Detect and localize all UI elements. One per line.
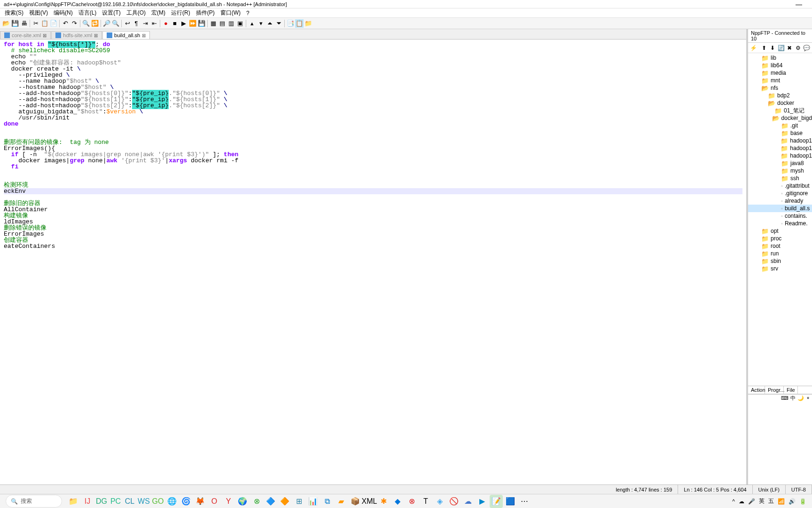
app3-icon[interactable]: ⊞ — [292, 495, 305, 508]
play-icon[interactable]: ▶ — [180, 19, 188, 28]
tray-mic-icon[interactable]: 🎤 — [748, 498, 755, 505]
app4-icon[interactable]: 📊 — [306, 495, 320, 508]
tree-file[interactable]: ◦contains. — [748, 212, 812, 220]
app1-icon[interactable]: 🔷 — [264, 495, 277, 508]
tree-folder[interactable]: 📁lib — [748, 54, 812, 62]
tray-ime-icon[interactable]: 英 — [759, 497, 765, 505]
tree-folder[interactable]: 📁root — [748, 242, 812, 250]
app11-icon[interactable]: ▶ — [476, 495, 489, 508]
tree-folder[interactable]: 📂docker — [748, 99, 812, 107]
tree-file[interactable]: ◦build_all.s — [748, 205, 812, 212]
virtualbox-icon[interactable]: 📦 — [349, 495, 362, 508]
tray-app-icon[interactable]: 五 — [768, 497, 774, 505]
log-column-header[interactable]: File — [784, 386, 798, 394]
func-list-icon[interactable]: 📋 — [295, 19, 304, 28]
tree-folder[interactable]: 📁01_笔记 — [748, 107, 812, 114]
disconnect-icon[interactable]: ⚡ — [750, 44, 757, 52]
save-macro-icon[interactable]: 💾 — [197, 19, 206, 28]
typora-icon[interactable]: T — [419, 495, 432, 508]
chrome-icon[interactable]: 🌐 — [165, 495, 179, 508]
panel1-icon[interactable]: ▦ — [209, 19, 218, 28]
upload-icon[interactable]: ⬆ — [761, 44, 767, 52]
fold-icon[interactable]: ▴ — [248, 19, 256, 28]
tree-folder[interactable]: 📁mnt — [748, 77, 812, 84]
tree-file[interactable]: ◦.gitignore — [748, 190, 812, 197]
unfold-icon[interactable]: ▾ — [257, 19, 265, 28]
xml-icon[interactable]: XML — [363, 495, 376, 508]
menu-item[interactable]: 设置(T) — [99, 8, 123, 18]
datagrip-icon[interactable]: DG — [95, 495, 108, 508]
pycharm-icon[interactable]: PC — [109, 495, 122, 508]
more-apps-icon[interactable]: ⋯ — [518, 495, 531, 508]
ime-indicator-icon[interactable]: ⚬ — [806, 395, 810, 401]
undo-icon[interactable]: ↶ — [61, 19, 70, 28]
fold-all-icon[interactable]: ⏶ — [265, 19, 274, 28]
ime-indicator-icon[interactable]: 中 — [790, 395, 796, 402]
stop-icon[interactable]: ■ — [171, 19, 179, 28]
zoom-in-icon[interactable]: 🔎 — [102, 19, 111, 28]
tree-folder[interactable]: 📁hadoop1 — [748, 152, 812, 159]
folder-icon[interactable]: 📁 — [304, 19, 312, 28]
menu-item[interactable]: 宏(M) — [148, 8, 168, 18]
panel4-icon[interactable]: ▣ — [236, 19, 244, 28]
unfold-all-icon[interactable]: ⏷ — [274, 19, 283, 28]
close-icon[interactable]: ⊠ — [94, 33, 98, 38]
clion-icon[interactable]: CL — [123, 495, 136, 508]
tree-file[interactable]: ◦.gitattribut — [748, 182, 812, 190]
fast-icon[interactable]: ⏩ — [188, 19, 197, 28]
tray-expand-icon[interactable]: ^ — [732, 498, 735, 505]
tree-folder[interactable]: 📁hadoop1 — [748, 144, 812, 152]
menu-item[interactable]: 编码(N) — [51, 8, 76, 18]
tree-folder[interactable]: 📁bdp2 — [748, 92, 812, 99]
log-column-header[interactable]: Action — [748, 386, 765, 394]
indent-icon[interactable]: ⇥ — [141, 19, 149, 28]
tree-folder[interactable]: 📁media — [748, 69, 812, 77]
menu-item[interactable]: 运行(R) — [168, 8, 193, 18]
tree-folder[interactable]: 📂nfs — [748, 84, 812, 92]
panel2-icon[interactable]: ▤ — [218, 19, 226, 28]
vscode-icon[interactable]: ⧉ — [320, 495, 334, 508]
redo-icon[interactable]: ↷ — [70, 19, 78, 28]
paste-icon[interactable]: 📄 — [49, 19, 58, 28]
outdent-icon[interactable]: ⇤ — [150, 19, 158, 28]
panel3-icon[interactable]: ▥ — [227, 19, 235, 28]
explorer-icon[interactable]: 📁 — [67, 495, 80, 508]
app5-icon[interactable]: ✱ — [377, 495, 390, 508]
menu-item[interactable]: 搜索(S) — [2, 8, 26, 18]
app7-icon[interactable]: ⊗ — [405, 495, 418, 508]
webstorm-icon[interactable]: WS — [137, 495, 150, 508]
save-all-icon[interactable]: 🖶 — [20, 19, 28, 28]
tree-folder[interactable]: 📁proc — [748, 235, 812, 242]
tree-folder[interactable]: 📁ssh — [748, 175, 812, 182]
close-icon[interactable]: ⊠ — [43, 33, 47, 38]
tree-folder[interactable]: 📁base — [748, 129, 812, 137]
tray-wifi-icon[interactable]: 📶 — [778, 498, 785, 505]
app9-icon[interactable]: 🚫 — [447, 495, 461, 508]
doc-map-icon[interactable]: 📑 — [286, 19, 295, 28]
tree-folder[interactable]: 📁.git — [748, 122, 812, 129]
taskbar-search[interactable]: 🔍 搜索 — [6, 495, 62, 508]
app10-icon[interactable]: ☁ — [461, 495, 475, 508]
open-icon[interactable]: 📂 — [2, 19, 10, 28]
tray-cloud-icon[interactable]: ☁ — [739, 498, 744, 505]
app2-icon[interactable]: 🔶 — [278, 495, 291, 508]
menu-item[interactable]: 工具(O) — [124, 8, 148, 18]
tray-volume-icon[interactable]: 🔊 — [789, 498, 796, 505]
tree-folder[interactable]: 📁mysh — [748, 167, 812, 175]
sublime-icon[interactable]: ▰ — [335, 495, 348, 508]
menu-item[interactable]: 插件(P) — [193, 8, 218, 18]
yandex-icon[interactable]: Y — [222, 495, 235, 508]
settings-icon[interactable]: ⚙ — [795, 44, 801, 52]
messages-icon[interactable]: 💬 — [803, 44, 810, 52]
download-icon[interactable]: ⬇ — [769, 44, 776, 52]
firefox-icon[interactable]: 🦊 — [194, 495, 207, 508]
cut-icon[interactable]: ✂ — [31, 19, 40, 28]
copy-icon[interactable]: 📋 — [40, 19, 49, 28]
ime-indicator-icon[interactable]: ⌨ — [781, 395, 789, 401]
refresh-icon[interactable]: 🔄 — [778, 44, 785, 52]
minimize-button[interactable]: — — [789, 0, 808, 8]
show-all-icon[interactable]: ¶ — [132, 19, 141, 28]
tree-folder[interactable]: 📁sbin — [748, 257, 812, 265]
notepadpp-icon[interactable]: 📝 — [490, 495, 503, 508]
browser2-icon[interactable]: 🌍 — [236, 495, 249, 508]
